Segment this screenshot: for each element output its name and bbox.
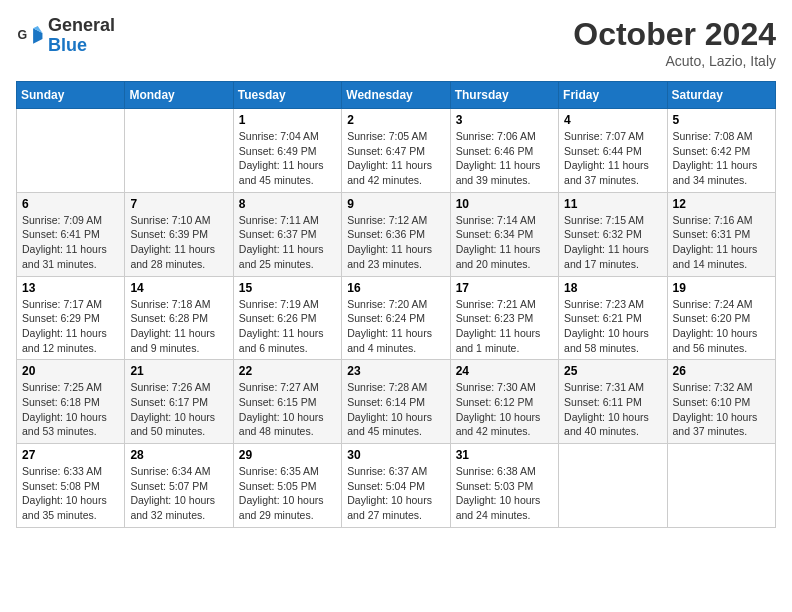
calendar-cell: 3Sunrise: 7:06 AM Sunset: 6:46 PM Daylig… bbox=[450, 109, 558, 193]
week-row-1: 1Sunrise: 7:04 AM Sunset: 6:49 PM Daylig… bbox=[17, 109, 776, 193]
calendar-cell: 18Sunrise: 7:23 AM Sunset: 6:21 PM Dayli… bbox=[559, 276, 667, 360]
day-number: 10 bbox=[456, 197, 553, 211]
day-number: 7 bbox=[130, 197, 227, 211]
title-block: October 2024 Acuto, Lazio, Italy bbox=[573, 16, 776, 69]
day-number: 5 bbox=[673, 113, 770, 127]
calendar-cell bbox=[559, 444, 667, 528]
day-number: 8 bbox=[239, 197, 336, 211]
day-info: Sunrise: 7:28 AM Sunset: 6:14 PM Dayligh… bbox=[347, 380, 444, 439]
calendar-cell: 27Sunrise: 6:33 AM Sunset: 5:08 PM Dayli… bbox=[17, 444, 125, 528]
calendar-cell: 30Sunrise: 6:37 AM Sunset: 5:04 PM Dayli… bbox=[342, 444, 450, 528]
day-info: Sunrise: 7:25 AM Sunset: 6:18 PM Dayligh… bbox=[22, 380, 119, 439]
calendar-cell: 19Sunrise: 7:24 AM Sunset: 6:20 PM Dayli… bbox=[667, 276, 775, 360]
day-info: Sunrise: 6:33 AM Sunset: 5:08 PM Dayligh… bbox=[22, 464, 119, 523]
day-info: Sunrise: 7:06 AM Sunset: 6:46 PM Dayligh… bbox=[456, 129, 553, 188]
week-row-4: 20Sunrise: 7:25 AM Sunset: 6:18 PM Dayli… bbox=[17, 360, 776, 444]
calendar-cell: 22Sunrise: 7:27 AM Sunset: 6:15 PM Dayli… bbox=[233, 360, 341, 444]
day-info: Sunrise: 7:12 AM Sunset: 6:36 PM Dayligh… bbox=[347, 213, 444, 272]
day-info: Sunrise: 7:30 AM Sunset: 6:12 PM Dayligh… bbox=[456, 380, 553, 439]
day-info: Sunrise: 7:32 AM Sunset: 6:10 PM Dayligh… bbox=[673, 380, 770, 439]
calendar-cell: 7Sunrise: 7:10 AM Sunset: 6:39 PM Daylig… bbox=[125, 192, 233, 276]
day-number: 9 bbox=[347, 197, 444, 211]
calendar-cell: 16Sunrise: 7:20 AM Sunset: 6:24 PM Dayli… bbox=[342, 276, 450, 360]
day-info: Sunrise: 7:07 AM Sunset: 6:44 PM Dayligh… bbox=[564, 129, 661, 188]
day-info: Sunrise: 7:04 AM Sunset: 6:49 PM Dayligh… bbox=[239, 129, 336, 188]
day-number: 4 bbox=[564, 113, 661, 127]
day-number: 31 bbox=[456, 448, 553, 462]
weekday-header-monday: Monday bbox=[125, 82, 233, 109]
day-number: 30 bbox=[347, 448, 444, 462]
week-row-5: 27Sunrise: 6:33 AM Sunset: 5:08 PM Dayli… bbox=[17, 444, 776, 528]
calendar-cell: 17Sunrise: 7:21 AM Sunset: 6:23 PM Dayli… bbox=[450, 276, 558, 360]
day-number: 20 bbox=[22, 364, 119, 378]
day-info: Sunrise: 7:14 AM Sunset: 6:34 PM Dayligh… bbox=[456, 213, 553, 272]
calendar-cell: 31Sunrise: 6:38 AM Sunset: 5:03 PM Dayli… bbox=[450, 444, 558, 528]
day-number: 6 bbox=[22, 197, 119, 211]
day-number: 12 bbox=[673, 197, 770, 211]
calendar-cell: 6Sunrise: 7:09 AM Sunset: 6:41 PM Daylig… bbox=[17, 192, 125, 276]
calendar-cell: 13Sunrise: 7:17 AM Sunset: 6:29 PM Dayli… bbox=[17, 276, 125, 360]
day-info: Sunrise: 6:38 AM Sunset: 5:03 PM Dayligh… bbox=[456, 464, 553, 523]
day-number: 11 bbox=[564, 197, 661, 211]
weekday-header-wednesday: Wednesday bbox=[342, 82, 450, 109]
day-number: 25 bbox=[564, 364, 661, 378]
logo: G General Blue bbox=[16, 16, 115, 56]
calendar-cell: 2Sunrise: 7:05 AM Sunset: 6:47 PM Daylig… bbox=[342, 109, 450, 193]
logo-icon: G bbox=[16, 22, 44, 50]
calendar-table: SundayMondayTuesdayWednesdayThursdayFrid… bbox=[16, 81, 776, 528]
calendar-cell: 21Sunrise: 7:26 AM Sunset: 6:17 PM Dayli… bbox=[125, 360, 233, 444]
day-number: 14 bbox=[130, 281, 227, 295]
calendar-cell: 24Sunrise: 7:30 AM Sunset: 6:12 PM Dayli… bbox=[450, 360, 558, 444]
day-number: 22 bbox=[239, 364, 336, 378]
day-info: Sunrise: 7:17 AM Sunset: 6:29 PM Dayligh… bbox=[22, 297, 119, 356]
day-number: 19 bbox=[673, 281, 770, 295]
weekday-header-friday: Friday bbox=[559, 82, 667, 109]
weekday-header-thursday: Thursday bbox=[450, 82, 558, 109]
day-info: Sunrise: 7:08 AM Sunset: 6:42 PM Dayligh… bbox=[673, 129, 770, 188]
day-number: 27 bbox=[22, 448, 119, 462]
day-info: Sunrise: 7:23 AM Sunset: 6:21 PM Dayligh… bbox=[564, 297, 661, 356]
day-number: 17 bbox=[456, 281, 553, 295]
day-number: 16 bbox=[347, 281, 444, 295]
page-header: G General Blue October 2024 Acuto, Lazio… bbox=[16, 16, 776, 69]
day-info: Sunrise: 6:34 AM Sunset: 5:07 PM Dayligh… bbox=[130, 464, 227, 523]
day-number: 1 bbox=[239, 113, 336, 127]
calendar-cell: 8Sunrise: 7:11 AM Sunset: 6:37 PM Daylig… bbox=[233, 192, 341, 276]
day-number: 3 bbox=[456, 113, 553, 127]
day-number: 2 bbox=[347, 113, 444, 127]
calendar-cell: 1Sunrise: 7:04 AM Sunset: 6:49 PM Daylig… bbox=[233, 109, 341, 193]
day-info: Sunrise: 7:21 AM Sunset: 6:23 PM Dayligh… bbox=[456, 297, 553, 356]
day-info: Sunrise: 7:20 AM Sunset: 6:24 PM Dayligh… bbox=[347, 297, 444, 356]
day-number: 26 bbox=[673, 364, 770, 378]
calendar-cell: 11Sunrise: 7:15 AM Sunset: 6:32 PM Dayli… bbox=[559, 192, 667, 276]
weekday-header-row: SundayMondayTuesdayWednesdayThursdayFrid… bbox=[17, 82, 776, 109]
calendar-cell: 29Sunrise: 6:35 AM Sunset: 5:05 PM Dayli… bbox=[233, 444, 341, 528]
day-info: Sunrise: 7:26 AM Sunset: 6:17 PM Dayligh… bbox=[130, 380, 227, 439]
week-row-2: 6Sunrise: 7:09 AM Sunset: 6:41 PM Daylig… bbox=[17, 192, 776, 276]
day-number: 13 bbox=[22, 281, 119, 295]
day-number: 29 bbox=[239, 448, 336, 462]
calendar-cell: 5Sunrise: 7:08 AM Sunset: 6:42 PM Daylig… bbox=[667, 109, 775, 193]
day-number: 23 bbox=[347, 364, 444, 378]
day-info: Sunrise: 7:19 AM Sunset: 6:26 PM Dayligh… bbox=[239, 297, 336, 356]
weekday-header-tuesday: Tuesday bbox=[233, 82, 341, 109]
day-info: Sunrise: 7:09 AM Sunset: 6:41 PM Dayligh… bbox=[22, 213, 119, 272]
svg-text:G: G bbox=[18, 28, 28, 42]
day-info: Sunrise: 7:27 AM Sunset: 6:15 PM Dayligh… bbox=[239, 380, 336, 439]
day-number: 15 bbox=[239, 281, 336, 295]
day-info: Sunrise: 7:05 AM Sunset: 6:47 PM Dayligh… bbox=[347, 129, 444, 188]
week-row-3: 13Sunrise: 7:17 AM Sunset: 6:29 PM Dayli… bbox=[17, 276, 776, 360]
day-info: Sunrise: 7:15 AM Sunset: 6:32 PM Dayligh… bbox=[564, 213, 661, 272]
weekday-header-sunday: Sunday bbox=[17, 82, 125, 109]
calendar-cell: 15Sunrise: 7:19 AM Sunset: 6:26 PM Dayli… bbox=[233, 276, 341, 360]
day-info: Sunrise: 7:31 AM Sunset: 6:11 PM Dayligh… bbox=[564, 380, 661, 439]
day-info: Sunrise: 6:37 AM Sunset: 5:04 PM Dayligh… bbox=[347, 464, 444, 523]
calendar-cell bbox=[667, 444, 775, 528]
calendar-cell: 25Sunrise: 7:31 AM Sunset: 6:11 PM Dayli… bbox=[559, 360, 667, 444]
weekday-header-saturday: Saturday bbox=[667, 82, 775, 109]
calendar-cell: 23Sunrise: 7:28 AM Sunset: 6:14 PM Dayli… bbox=[342, 360, 450, 444]
calendar-cell: 12Sunrise: 7:16 AM Sunset: 6:31 PM Dayli… bbox=[667, 192, 775, 276]
calendar-cell: 20Sunrise: 7:25 AM Sunset: 6:18 PM Dayli… bbox=[17, 360, 125, 444]
day-number: 21 bbox=[130, 364, 227, 378]
logo-text: General Blue bbox=[48, 16, 115, 56]
